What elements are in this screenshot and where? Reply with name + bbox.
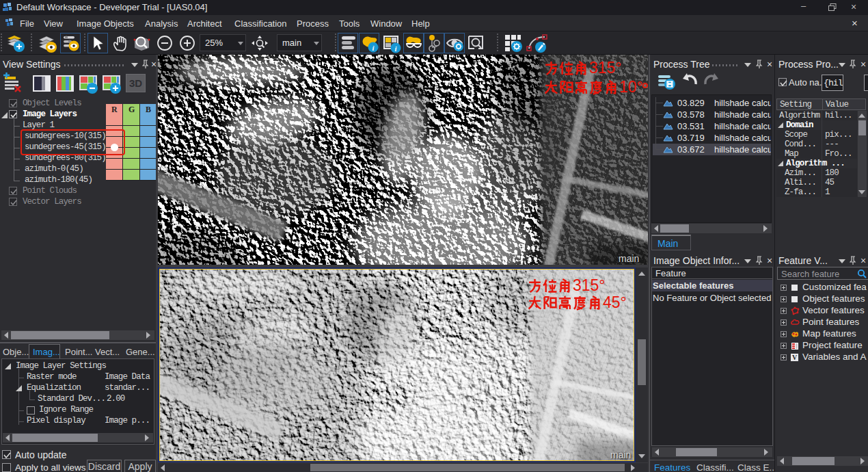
svg-text:V: V xyxy=(792,354,798,361)
svg-text:10°: 10° xyxy=(619,80,643,96)
svg-text:45°: 45° xyxy=(603,296,627,311)
svg-text:315°: 315° xyxy=(589,61,622,77)
svg-text:315°: 315° xyxy=(573,278,606,294)
